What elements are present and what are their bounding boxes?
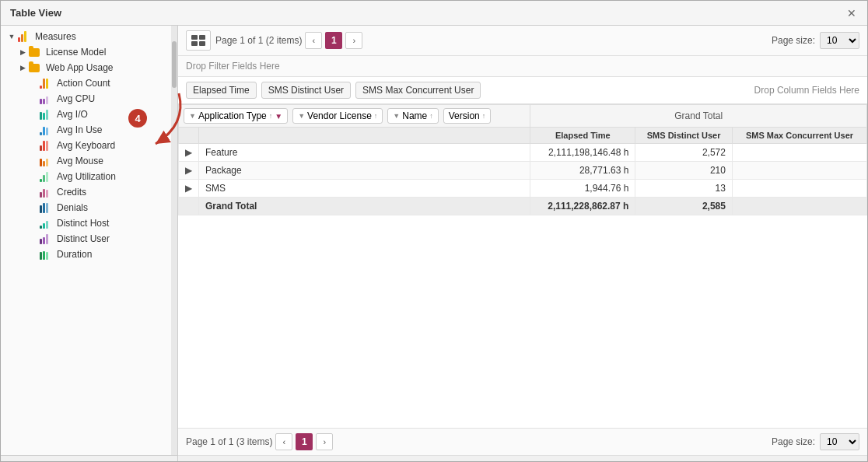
tree-spacer [29,156,38,166]
row-sms-max-concurrent-cell [732,162,866,180]
table-area[interactable]: ▼ Application Type ↑ ▼ ▼ Vendor License … [178,104,867,428]
sidebar-item-avg-keyboard[interactable]: Avg Keyboard [1,138,177,153]
elapsed-time-col-header: Elapsed Time [530,128,635,144]
row-group-header [199,128,530,144]
measure-icon [40,93,54,104]
tree-spacer [29,141,38,150]
name-filter-button[interactable]: ▼ Name ↑ [387,108,438,124]
sidebar-item-avg-i/o[interactable]: Avg I/O [1,107,177,122]
dimension-filter-row: ▼ Application Type ↑ ▼ ▼ Vendor License … [179,105,867,128]
sidebar-item-label: Credits [57,187,86,198]
grand-total-sms-distinct-user-cell: 2,585 [635,198,733,215]
name-label: Name [402,110,427,121]
filter-drop-zone[interactable]: Drop Filter Fields Here [178,56,867,77]
main-window: Table View ✕ ▼ Measures▶License Model▶We… [0,0,868,462]
svg-rect-1 [199,35,205,40]
sidebar-item-credits[interactable]: Credits [1,184,177,200]
sidebar: ▼ Measures▶License Model▶Web App Usage A… [1,26,178,461]
dimension-filter-cell: ▼ Application Type ↑ ▼ ▼ Vendor License … [179,105,530,128]
tree-spacer [29,79,38,88]
bottom-bar: Page 1 of 1 (3 items) ‹ 1 › Page size: 1… [178,428,867,455]
tree-spacer [29,172,38,181]
top-bar: Page 1 of 1 (2 items) ‹ 1 › Page size: 1… [178,26,867,56]
sidebar-scroll[interactable]: ▼ Measures▶License Model▶Web App Usage A… [1,26,177,455]
measure-icon [40,202,54,213]
measure-icon [40,233,54,244]
sidebar-item-avg-in-use[interactable]: Avg In Use [1,122,177,138]
bottom-page-size-select[interactable]: 10 25 50 100 [820,433,859,450]
sidebar-item-web-app-usage[interactable]: ▶Web App Usage [1,60,177,75]
row-expand-cell[interactable]: ▶ [179,144,199,162]
bottom-pagination: Page 1 of 1 (3 items) ‹ 1 › [186,433,333,450]
top-prev-page-button[interactable]: ‹ [305,32,322,49]
dim-name-expand-icon: ▼ [393,112,400,120]
sidebar-item-denials[interactable]: Denials [1,200,177,215]
top-bar-right: Page size: 10 25 50 100 [772,32,859,49]
close-button[interactable]: ✕ [845,7,858,19]
grand-total-elapsed-time-cell: 2,111,228,862.87 h [530,198,635,215]
main-hscrollbar[interactable] [178,455,867,461]
sidebar-item-duration[interactable]: Duration [1,247,177,262]
bottom-page-size: Page size: 10 25 50 100 [772,433,859,450]
tree-spacer [29,94,38,103]
version-filter-button[interactable]: Version ↑ [443,108,492,124]
sms-max-concurrent-col-header: SMS Max Concurrent User [732,128,866,144]
top-page-size-label: Page size: [772,35,815,46]
view-toggle-button[interactable] [186,30,211,51]
sidebar-item-license-model[interactable]: ▶License Model [1,44,177,60]
application-type-label: Application Type [198,110,267,121]
sidebar-item-distinct-user[interactable]: Distinct User [1,231,177,247]
dim-sort-asc-icon: ↑ [269,112,273,120]
data-table: ▼ Application Type ↑ ▼ ▼ Vendor License … [178,104,867,215]
row-elapsed-time-cell: 2,111,198,146.48 h [530,144,635,162]
chip-sms-max-concurrent-user[interactable]: SMS Max Concurrent User [355,82,481,99]
vendor-license-filter-button[interactable]: ▼ Vendor License ↑ [292,108,383,124]
grand-total-row: Grand Total 2,111,228,862.87 h 2,585 [179,198,867,215]
bottom-page-num-button[interactable]: 1 [296,433,313,450]
sidebar-item-distinct-host[interactable]: Distinct Host [1,215,177,231]
sidebar-item-label: Denials [57,202,88,213]
dim-version-sort-icon: ↑ [482,112,486,120]
table-body: ▶ Feature 2,111,198,146.48 h 2,572 ▶ Pac… [179,144,867,215]
grand-total-label-cell: Grand Total [199,198,530,215]
sidebar-item-label: Duration [57,249,92,260]
sidebar-hscroll [1,455,177,461]
top-page-size-select[interactable]: 10 25 50 100 [820,32,859,49]
sidebar-item-label: Web App Usage [46,62,114,73]
measure-icon [40,124,54,135]
tree-spacer [29,219,38,228]
row-expand-cell[interactable]: ▶ [179,180,199,198]
row-sms-distinct-user-cell: 210 [635,162,733,180]
sidebar-item-label: Avg I/O [57,109,88,120]
sidebar-vscroll [171,26,177,455]
title-bar: Table View ✕ [1,1,867,26]
measure-icon [40,78,54,89]
dim-vendor-sort-icon: ↑ [374,112,378,120]
sidebar-inner: ▼ Measures▶License Model▶Web App Usage A… [1,26,177,455]
sidebar-item-avg-mouse[interactable]: Avg Mouse [1,153,177,169]
content-area: ▼ Measures▶License Model▶Web App Usage A… [1,26,867,461]
top-next-page-button[interactable]: › [345,32,362,49]
bottom-next-page-button[interactable]: › [316,433,333,450]
bottom-page-size-label: Page size: [772,436,815,447]
row-name-cell: Package [199,162,530,180]
sidebar-item-label: Avg Utilization [57,171,116,182]
bottom-prev-page-button[interactable]: ‹ [275,433,292,450]
sidebar-item-avg-cpu[interactable]: Avg CPU [1,91,177,107]
dim-vendor-expand-icon: ▼ [298,112,305,120]
sidebar-item-measures[interactable]: ▼ Measures [1,29,177,44]
table-row: ▶ Feature 2,111,198,146.48 h 2,572 [179,144,867,162]
sidebar-item-label: Distinct User [57,233,110,244]
row-sms-distinct-user-cell: 13 [635,180,733,198]
sidebar-item-action-count[interactable]: Action Count [1,75,177,91]
chip-sms-distinct-user[interactable]: SMS Distinct User [261,82,351,99]
svg-rect-3 [199,41,205,46]
version-label: Version [449,110,480,121]
row-elapsed-time-cell: 28,771.63 h [530,162,635,180]
sidebar-item-avg-utilization[interactable]: Avg Utilization [1,169,177,184]
filter-drop-label: Drop Filter Fields Here [186,61,280,72]
row-expand-cell[interactable]: ▶ [179,162,199,180]
top-page-num-button[interactable]: 1 [325,32,342,49]
application-type-filter-button[interactable]: ▼ Application Type ↑ ▼ [184,108,288,124]
chip-elapsed-time[interactable]: Elapsed Time [186,82,257,99]
